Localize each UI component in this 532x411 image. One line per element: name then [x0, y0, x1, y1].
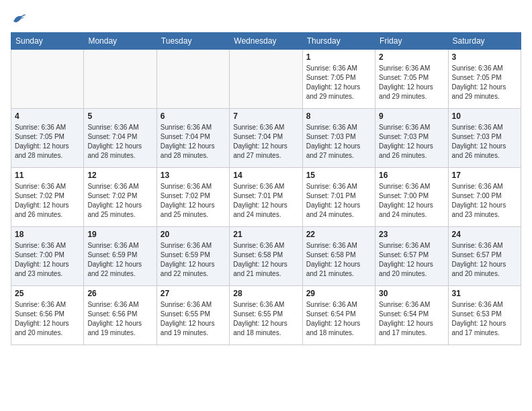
day-info: Sunrise: 6:36 AMSunset: 6:59 PMDaylight:…	[87, 241, 152, 279]
day-info: Sunrise: 6:36 AMSunset: 7:05 PMDaylight:…	[306, 64, 371, 101]
day-number: 1	[306, 52, 371, 62]
day-info: Sunrise: 6:36 AMSunset: 7:00 PMDaylight:…	[452, 182, 517, 220]
day-number: 5	[87, 111, 152, 121]
day-info: Sunrise: 6:36 AMSunset: 7:02 PMDaylight:…	[161, 182, 226, 220]
calendar-day: 12Sunrise: 6:36 AMSunset: 7:02 PMDayligh…	[84, 168, 157, 227]
day-info: Sunrise: 6:36 AMSunset: 7:03 PMDaylight:…	[379, 123, 444, 161]
calendar-week-row: 4Sunrise: 6:36 AMSunset: 7:05 PMDaylight…	[11, 109, 521, 168]
day-info: Sunrise: 6:36 AMSunset: 6:56 PMDaylight:…	[87, 300, 152, 338]
day-info: Sunrise: 6:36 AMSunset: 6:58 PMDaylight:…	[306, 241, 371, 279]
day-info: Sunrise: 6:36 AMSunset: 6:54 PMDaylight:…	[379, 300, 444, 338]
calendar-day: 6Sunrise: 6:36 AMSunset: 7:04 PMDaylight…	[157, 109, 229, 168]
weekday-header: Monday	[84, 33, 157, 50]
day-number: 22	[306, 230, 371, 239]
calendar-day: 3Sunrise: 6:36 AMSunset: 7:05 PMDaylight…	[448, 50, 521, 109]
calendar-day: 7Sunrise: 6:36 AMSunset: 7:04 PMDaylight…	[230, 109, 302, 168]
calendar-day: 28Sunrise: 6:36 AMSunset: 6:55 PMDayligh…	[230, 286, 302, 345]
day-number: 18	[15, 230, 80, 239]
weekday-header: Tuesday	[157, 33, 229, 50]
day-number: 14	[233, 171, 298, 180]
calendar-day: 13Sunrise: 6:36 AMSunset: 7:02 PMDayligh…	[157, 168, 229, 227]
page-header	[11, 11, 521, 27]
weekday-header: Wednesday	[230, 33, 302, 50]
calendar-day: 26Sunrise: 6:36 AMSunset: 6:56 PMDayligh…	[84, 286, 157, 345]
day-number: 10	[452, 111, 517, 121]
day-number: 8	[306, 111, 371, 121]
calendar-week-row: 1Sunrise: 6:36 AMSunset: 7:05 PMDaylight…	[11, 50, 521, 109]
calendar-day: 8Sunrise: 6:36 AMSunset: 7:03 PMDaylight…	[302, 109, 375, 168]
calendar-day: 1Sunrise: 6:36 AMSunset: 7:05 PMDaylight…	[302, 50, 375, 109]
day-info: Sunrise: 6:36 AMSunset: 7:05 PMDaylight:…	[452, 64, 517, 101]
day-number: 6	[161, 111, 226, 121]
calendar-day: 11Sunrise: 6:36 AMSunset: 7:02 PMDayligh…	[11, 168, 84, 227]
calendar-day: 22Sunrise: 6:36 AMSunset: 6:58 PMDayligh…	[302, 227, 375, 286]
day-number: 3	[452, 52, 517, 62]
day-number: 21	[233, 230, 298, 239]
calendar-day: 9Sunrise: 6:36 AMSunset: 7:03 PMDaylight…	[375, 109, 448, 168]
day-info: Sunrise: 6:36 AMSunset: 7:04 PMDaylight:…	[87, 123, 152, 161]
weekday-header: Thursday	[302, 33, 375, 50]
day-info: Sunrise: 6:36 AMSunset: 7:00 PMDaylight:…	[15, 241, 80, 279]
day-info: Sunrise: 6:36 AMSunset: 6:57 PMDaylight:…	[452, 241, 517, 279]
calendar-day: 4Sunrise: 6:36 AMSunset: 7:05 PMDaylight…	[11, 109, 84, 168]
day-number: 17	[452, 171, 517, 180]
day-info: Sunrise: 6:36 AMSunset: 7:03 PMDaylight:…	[306, 123, 371, 161]
calendar-day: 19Sunrise: 6:36 AMSunset: 6:59 PMDayligh…	[84, 227, 157, 286]
calendar-day: 20Sunrise: 6:36 AMSunset: 6:59 PMDayligh…	[157, 227, 229, 286]
calendar-day	[230, 50, 302, 109]
day-number: 24	[452, 230, 517, 239]
calendar-day: 2Sunrise: 6:36 AMSunset: 7:05 PMDaylight…	[375, 50, 448, 109]
day-info: Sunrise: 6:36 AMSunset: 7:01 PMDaylight:…	[233, 182, 298, 220]
day-number: 16	[379, 171, 444, 180]
day-info: Sunrise: 6:36 AMSunset: 7:01 PMDaylight:…	[306, 182, 371, 220]
calendar-week-row: 25Sunrise: 6:36 AMSunset: 6:56 PMDayligh…	[11, 286, 521, 345]
calendar-day	[11, 50, 84, 109]
calendar-day: 5Sunrise: 6:36 AMSunset: 7:04 PMDaylight…	[84, 109, 157, 168]
logo	[11, 11, 30, 27]
day-info: Sunrise: 6:36 AMSunset: 6:58 PMDaylight:…	[233, 241, 298, 279]
calendar-day: 31Sunrise: 6:36 AMSunset: 6:53 PMDayligh…	[448, 286, 521, 345]
calendar-day: 17Sunrise: 6:36 AMSunset: 7:00 PMDayligh…	[448, 168, 521, 227]
day-info: Sunrise: 6:36 AMSunset: 6:56 PMDaylight:…	[15, 300, 80, 338]
day-number: 23	[379, 230, 444, 239]
day-number: 25	[15, 289, 80, 298]
day-number: 7	[233, 111, 298, 121]
day-number: 11	[15, 171, 80, 180]
calendar-day: 24Sunrise: 6:36 AMSunset: 6:57 PMDayligh…	[448, 227, 521, 286]
day-number: 26	[87, 289, 152, 298]
day-info: Sunrise: 6:36 AMSunset: 7:05 PMDaylight:…	[15, 123, 80, 161]
calendar-week-row: 18Sunrise: 6:36 AMSunset: 7:00 PMDayligh…	[11, 227, 521, 286]
calendar-day: 25Sunrise: 6:36 AMSunset: 6:56 PMDayligh…	[11, 286, 84, 345]
day-info: Sunrise: 6:36 AMSunset: 6:57 PMDaylight:…	[379, 241, 444, 279]
day-info: Sunrise: 6:36 AMSunset: 7:02 PMDaylight:…	[87, 182, 152, 220]
calendar-day: 14Sunrise: 6:36 AMSunset: 7:01 PMDayligh…	[230, 168, 302, 227]
day-number: 9	[379, 111, 444, 121]
day-info: Sunrise: 6:36 AMSunset: 7:04 PMDaylight:…	[233, 123, 298, 161]
calendar-day: 21Sunrise: 6:36 AMSunset: 6:58 PMDayligh…	[230, 227, 302, 286]
calendar-day: 30Sunrise: 6:36 AMSunset: 6:54 PMDayligh…	[375, 286, 448, 345]
day-number: 20	[161, 230, 226, 239]
day-number: 27	[161, 289, 226, 298]
calendar-week-row: 11Sunrise: 6:36 AMSunset: 7:02 PMDayligh…	[11, 168, 521, 227]
calendar-day: 23Sunrise: 6:36 AMSunset: 6:57 PMDayligh…	[375, 227, 448, 286]
day-info: Sunrise: 6:36 AMSunset: 7:00 PMDaylight:…	[379, 182, 444, 220]
day-info: Sunrise: 6:36 AMSunset: 6:55 PMDaylight:…	[161, 300, 226, 338]
day-number: 13	[161, 171, 226, 180]
day-info: Sunrise: 6:36 AMSunset: 6:54 PMDaylight:…	[306, 300, 371, 338]
day-number: 15	[306, 171, 371, 180]
day-number: 29	[306, 289, 371, 298]
day-info: Sunrise: 6:36 AMSunset: 7:03 PMDaylight:…	[452, 123, 517, 161]
day-info: Sunrise: 6:36 AMSunset: 7:05 PMDaylight:…	[379, 64, 444, 101]
day-number: 12	[87, 171, 152, 180]
day-info: Sunrise: 6:36 AMSunset: 6:53 PMDaylight:…	[452, 300, 517, 338]
day-number: 31	[452, 289, 517, 298]
calendar-day	[157, 50, 229, 109]
day-info: Sunrise: 6:36 AMSunset: 6:59 PMDaylight:…	[161, 241, 226, 279]
day-number: 19	[87, 230, 152, 239]
calendar-day: 16Sunrise: 6:36 AMSunset: 7:00 PMDayligh…	[375, 168, 448, 227]
logo-bird-icon	[11, 11, 27, 27]
calendar-day	[84, 50, 157, 109]
day-number: 28	[233, 289, 298, 298]
calendar-day: 15Sunrise: 6:36 AMSunset: 7:01 PMDayligh…	[302, 168, 375, 227]
day-number: 2	[379, 52, 444, 62]
